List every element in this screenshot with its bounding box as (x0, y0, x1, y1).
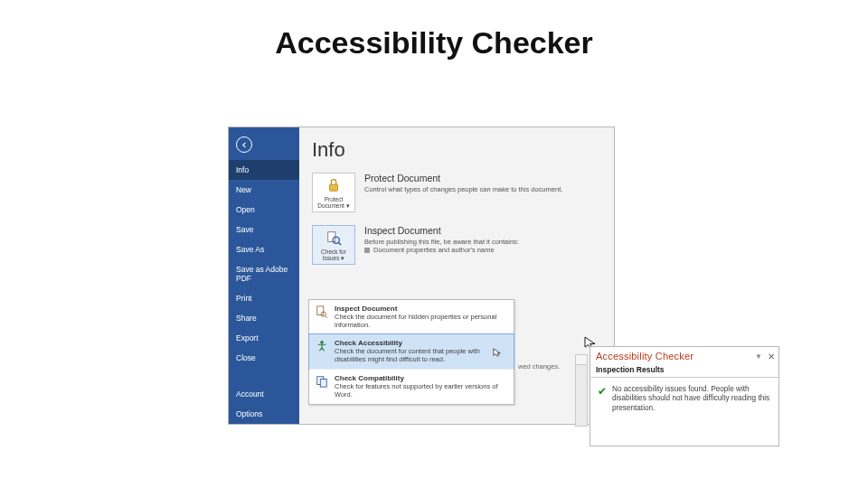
dropdown-check-accessibility[interactable]: Check Accessibility Check the document f… (308, 333, 514, 370)
protect-desc: Control what types of changes people can… (364, 185, 601, 193)
dropdown-item-title: Check Compatibility (335, 374, 507, 382)
adjacent-panel-sliver (575, 354, 588, 427)
sidebar-item-info[interactable]: Info (229, 160, 299, 180)
sidebar-item-export[interactable]: Export (229, 328, 299, 348)
sidebar-item-save-adobe-pdf[interactable]: Save as Adobe PDF (229, 259, 299, 288)
protect-heading: Protect Document (364, 173, 601, 183)
cursor-icon (493, 348, 502, 357)
compatibility-icon (316, 375, 328, 388)
dropdown-item-title: Check Accessibility (335, 339, 507, 347)
sidebar-item-options[interactable]: Options (229, 404, 299, 424)
check-for-issues-button[interactable]: Check for Issues ▾ (312, 225, 355, 265)
sidebar-item-new[interactable]: New (229, 180, 299, 200)
inspect-heading: Inspect Document (364, 225, 601, 236)
lock-icon (326, 177, 342, 193)
ac-result-body: ✔ No accessibility issues found. People … (590, 378, 778, 420)
dropdown-inspect-document[interactable]: Inspect Document Check the document for … (309, 300, 514, 334)
sidebar-item-print[interactable]: Print (229, 288, 299, 308)
ac-pane-header: Accessibility Checker ▼ ✕ (590, 347, 778, 363)
inspect-document-section: Check for Issues ▾ Inspect Document Befo… (312, 225, 601, 265)
bullet-icon (364, 248, 370, 253)
backstage-sidebar: Info New Open Save Save As Save as Adobe… (229, 127, 299, 424)
dropdown-item-title: Inspect Document (335, 305, 507, 313)
sidebar-item-open[interactable]: Open (229, 200, 299, 220)
svg-rect-7 (320, 379, 326, 387)
ac-pane-dropdown[interactable]: ▼ (755, 352, 762, 361)
word-backstage-window: Info New Open Save Save As Save as Adobe… (228, 127, 615, 425)
dropdown-check-compatibility[interactable]: Check Compatibility Check for features n… (309, 369, 514, 404)
ac-subheading: Inspection Results (590, 363, 778, 378)
svg-rect-3 (317, 306, 324, 315)
check-issues-dropdown: Inspect Document Check the document for … (308, 299, 514, 405)
back-button[interactable] (236, 136, 252, 153)
svg-rect-0 (330, 184, 338, 191)
ac-pane-close-button[interactable]: ✕ (768, 352, 775, 361)
sidebar-item-account[interactable]: Account (229, 384, 299, 404)
arrow-left-icon (241, 141, 249, 149)
sidebar-item-share[interactable]: Share (229, 308, 299, 328)
sidebar-item-close[interactable]: Close (229, 348, 299, 368)
sidebar-item-save[interactable]: Save (229, 220, 299, 239)
svg-point-5 (320, 341, 324, 344)
inspect-icon (326, 230, 342, 246)
slide-title: Accessibility Checker (0, 0, 868, 61)
checkmark-icon: ✔ (598, 385, 607, 413)
ac-result-text: No accessibility issues found. People wi… (612, 385, 771, 413)
dropdown-item-desc: Check the document for hidden properties… (335, 313, 507, 329)
dropdown-item-desc: Check the document for content that peop… (335, 347, 507, 363)
check-issues-button-label: Check for Issues ▾ (321, 249, 346, 261)
accessibility-checker-pane: Accessibility Checker ▼ ✕ Inspection Res… (590, 346, 779, 446)
document-search-icon (316, 305, 328, 318)
protect-document-button[interactable]: Protect Document ▾ (312, 173, 355, 212)
ac-pane-title: Accessibility Checker (596, 351, 755, 361)
manage-document-fragment: wed changes. (518, 362, 560, 371)
inspect-desc: Before publishing this file, be aware th… (364, 238, 601, 255)
accessibility-icon (316, 340, 328, 352)
pane-title: Info (312, 138, 601, 162)
sidebar-item-save-as[interactable]: Save As (229, 239, 299, 259)
protect-button-label: Protect Document ▾ (317, 196, 349, 209)
protect-document-section: Protect Document ▾ Protect Document Cont… (312, 173, 601, 212)
dropdown-item-desc: Check for features not supported by earl… (335, 382, 507, 399)
